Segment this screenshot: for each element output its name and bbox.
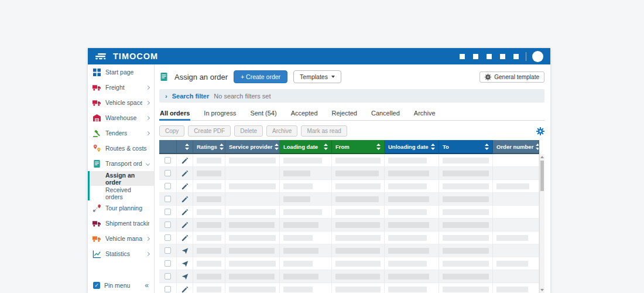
sidebar-subitem-received-orders[interactable]: Received orders <box>90 186 154 200</box>
row-checkbox[interactable] <box>165 196 171 202</box>
tab-archive[interactable]: Archive <box>413 110 436 120</box>
column-header-from[interactable]: From <box>332 140 385 154</box>
pencil-icon[interactable] <box>181 157 189 164</box>
tab-cancelled[interactable]: Cancelled <box>371 110 400 120</box>
sidebar-item-routes-costs[interactable]: Routes & costs <box>88 141 154 156</box>
placeholder-bar <box>197 248 221 254</box>
placeholder-bar <box>229 158 276 163</box>
pencil-icon[interactable] <box>181 286 189 293</box>
column-header-blank-1[interactable] <box>177 140 193 154</box>
collapse-sidebar-icon[interactable]: « <box>145 281 149 289</box>
topbar-square-icon[interactable] <box>500 54 505 59</box>
sort-icon[interactable] <box>272 144 279 150</box>
row-checkbox[interactable] <box>165 273 171 280</box>
scroll-down-arrow-icon[interactable] <box>540 289 544 291</box>
row-checkbox[interactable] <box>165 260 171 267</box>
pencil-icon[interactable] <box>181 209 189 216</box>
row-checkbox[interactable] <box>165 157 171 163</box>
sort-icon[interactable] <box>217 144 224 150</box>
column-header-service-provider[interactable]: Service provider <box>225 140 280 154</box>
delete-button[interactable]: Delete <box>234 125 263 137</box>
vertical-scrollbar[interactable] <box>539 154 544 293</box>
row-checkbox[interactable] <box>165 170 171 176</box>
row-checkbox[interactable] <box>165 209 171 215</box>
row-checkbox[interactable] <box>165 222 171 228</box>
pencil-icon[interactable] <box>181 183 189 190</box>
sidebar-item-shipment-tracking[interactable]: Shipment tracking <box>88 216 154 231</box>
create-pdf-button[interactable]: Create PDF <box>188 125 231 137</box>
pencil-icon[interactable] <box>181 196 189 203</box>
pencil-icon[interactable] <box>181 234 189 241</box>
mark-as-read-button[interactable]: Mark as read <box>301 125 347 137</box>
scroll-up-arrow-icon[interactable] <box>540 156 544 158</box>
sidebar-item-tenders[interactable]: Tenders <box>88 125 154 141</box>
row-checkbox[interactable] <box>165 234 171 241</box>
sort-icon[interactable] <box>533 144 539 150</box>
sidebar-item-start-page[interactable]: Start page <box>88 64 154 80</box>
table-row <box>159 231 539 244</box>
sidebar-item-statistics[interactable]: Statistics <box>88 246 154 261</box>
sidebar-item-freight[interactable]: Freight <box>88 80 154 95</box>
row-data-cell <box>439 167 493 180</box>
user-avatar[interactable] <box>532 51 543 62</box>
templates-button[interactable]: Templates <box>293 70 341 83</box>
copy-button[interactable]: Copy <box>159 125 184 137</box>
pin-menu-checkbox[interactable]: ✓ <box>93 282 100 289</box>
column-header-order-number[interactable]: Order number <box>493 140 539 154</box>
column-header-loading-date[interactable]: Loading date <box>280 140 332 154</box>
archive-button[interactable]: Archive <box>266 125 297 137</box>
paper-plane-icon[interactable] <box>181 273 189 280</box>
column-header-to[interactable]: To <box>439 140 493 154</box>
tab-rejected[interactable]: Rejected <box>331 110 358 120</box>
sidebar-subitem-assign-an-order[interactable]: Assign an order <box>90 171 154 186</box>
placeholder-bar <box>443 171 489 176</box>
row-checkbox-cell <box>159 206 177 219</box>
search-filter-bar[interactable]: › Search filter No search filters set <box>159 89 544 103</box>
sidebar-item-warehouse[interactable]: Warehouse <box>88 110 154 125</box>
column-header-ratings[interactable]: Ratings <box>193 140 225 154</box>
search-filter-label: Search filter <box>172 93 210 100</box>
sidebar-item-vehicle-space[interactable]: Vehicle space <box>88 95 154 110</box>
create-order-button[interactable]: + Create order <box>234 70 287 83</box>
tab-sent-54-[interactable]: Sent (54) <box>249 110 277 120</box>
placeholder-bar <box>335 287 381 292</box>
tab-all-orders[interactable]: All orders <box>159 110 190 120</box>
pencil-icon[interactable] <box>181 170 189 177</box>
topbar-square-icon[interactable] <box>513 54 519 59</box>
sort-icon[interactable] <box>429 144 435 150</box>
topbar-square-icon[interactable] <box>487 54 492 59</box>
placeholder-bar <box>496 183 529 189</box>
sort-icon[interactable] <box>183 144 189 150</box>
topbar-square-icon[interactable] <box>473 54 478 59</box>
chevron-down-icon <box>146 161 150 165</box>
row-checkbox-cell <box>159 219 177 231</box>
scrollbar-thumb[interactable] <box>540 161 544 191</box>
placeholder-bar <box>388 248 429 254</box>
row-data-cell <box>332 193 385 206</box>
sort-icon[interactable] <box>321 144 328 150</box>
row-checkbox[interactable] <box>165 247 171 254</box>
row-checkbox[interactable] <box>165 183 171 189</box>
sort-icon[interactable] <box>374 144 381 150</box>
sort-icon[interactable] <box>482 144 489 150</box>
paper-plane-icon[interactable] <box>181 247 189 254</box>
placeholder-bar <box>197 171 221 176</box>
row-checkbox[interactable] <box>165 286 171 292</box>
placeholder-bar <box>335 274 380 280</box>
sidebar-item-transport-orders[interactable]: Transport orders <box>88 156 154 171</box>
paper-plane-icon[interactable] <box>181 260 189 267</box>
placeholder-bar <box>335 261 381 267</box>
tab-accepted[interactable]: Accepted <box>290 110 318 120</box>
table-row <box>159 206 539 219</box>
sidebar-item-tour-planning[interactable]: Tour planning <box>88 200 154 216</box>
topbar-controls <box>451 51 543 62</box>
pencil-icon[interactable] <box>181 222 189 229</box>
tab-in-progress[interactable]: In progress <box>203 110 237 120</box>
topbar-square-icon[interactable] <box>460 54 465 59</box>
column-header-unloading-date[interactable]: Unloading date <box>385 140 439 154</box>
general-template-button[interactable]: General template <box>479 71 544 83</box>
table-settings-gear-icon[interactable] <box>536 127 544 135</box>
placeholder-bar <box>443 261 489 267</box>
sidebar-item-label: Tour planning <box>105 205 142 212</box>
sidebar-item-vehicle-management[interactable]: Vehicle management <box>88 231 154 246</box>
